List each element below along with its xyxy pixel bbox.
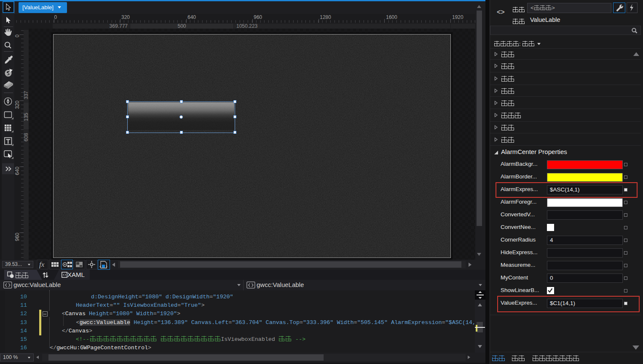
svg-text:640: 640 <box>14 167 20 175</box>
svg-text:135: 135 <box>24 113 29 121</box>
svg-text:608: 608 <box>24 133 29 141</box>
svg-text:960: 960 <box>14 233 20 241</box>
svg-text:320: 320 <box>14 101 20 109</box>
svg-text:0: 0 <box>14 35 20 37</box>
svg-text:337: 337 <box>24 91 29 99</box>
svg-text:fx: fx <box>39 260 45 268</box>
